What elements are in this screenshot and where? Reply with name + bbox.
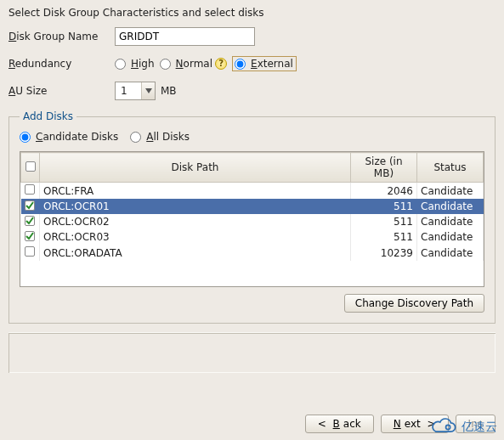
table-row[interactable]: ORCL:OCR01511Candidate xyxy=(21,199,484,214)
cell-size: 511 xyxy=(351,199,417,214)
page-title: Select Disk Group Characteristics and se… xyxy=(8,7,496,19)
cell-size: 2046 xyxy=(351,183,417,200)
cell-path: ORCL:OCR01 xyxy=(40,199,351,214)
au-size-unit: MB xyxy=(161,85,177,97)
table-row[interactable]: ORCL:FRA2046Candidate xyxy=(21,183,484,200)
add-disks-group: Add Disks Candidate Disks All Disks Disk… xyxy=(8,110,496,324)
disk-table[interactable]: Disk Path Size (in MB) Status ORCL:FRA20… xyxy=(20,151,484,287)
row-checkbox[interactable] xyxy=(25,216,35,226)
select-all-checkbox[interactable] xyxy=(21,153,40,183)
chevron-down-icon[interactable] xyxy=(141,82,155,99)
table-row[interactable]: ORCL:ORADATA10239Candidate xyxy=(21,245,484,261)
redundancy-high[interactable]: High xyxy=(115,58,155,70)
install-button: Ins xyxy=(456,415,496,433)
redundancy-group: High Normal ? External xyxy=(115,56,297,71)
cell-size: 511 xyxy=(351,214,417,229)
redundancy-label: Redundancy xyxy=(8,58,115,70)
cell-path: ORCL:OCR02 xyxy=(40,214,351,229)
au-size-value: 1 xyxy=(121,85,127,97)
cell-status: Candidate xyxy=(417,214,484,229)
cell-status: Candidate xyxy=(417,199,484,214)
disk-group-name-label: Disk Group Name xyxy=(8,31,115,42)
row-checkbox[interactable] xyxy=(25,231,35,241)
redundancy-external[interactable]: External xyxy=(235,58,293,70)
row-checkbox[interactable] xyxy=(25,184,35,195)
back-button[interactable]: < Back xyxy=(305,415,374,433)
cell-status: Candidate xyxy=(417,245,484,261)
cell-status: Candidate xyxy=(417,183,484,200)
au-size-select[interactable]: 1 xyxy=(115,82,156,100)
cell-path: ORCL:FRA xyxy=(40,183,351,200)
col-status[interactable]: Status xyxy=(417,153,484,183)
cell-status: Candidate xyxy=(417,229,484,245)
table-row[interactable]: ORCL:OCR02511Candidate xyxy=(21,214,484,229)
lower-panel xyxy=(8,332,496,373)
help-icon[interactable]: ? xyxy=(215,58,227,70)
cell-size: 511 xyxy=(351,229,417,245)
au-size-label: AU Size xyxy=(8,85,115,97)
table-row[interactable]: ORCL:OCR03511Candidate xyxy=(21,229,484,245)
candidate-disks-radio[interactable]: Candidate Disks xyxy=(20,131,118,143)
all-disks-radio[interactable]: All Disks xyxy=(130,131,190,143)
disk-group-name-input[interactable] xyxy=(115,27,255,46)
col-size[interactable]: Size (in MB) xyxy=(351,153,417,183)
cell-path: ORCL:OCR03 xyxy=(40,229,351,245)
cell-path: ORCL:ORADATA xyxy=(40,245,351,261)
row-checkbox[interactable] xyxy=(25,246,35,257)
change-discovery-path-button[interactable]: Change Discovery Path xyxy=(344,294,484,313)
wizard-footer: < Back Next > Ins xyxy=(0,415,504,433)
redundancy-normal[interactable]: Normal ? xyxy=(160,58,227,70)
svg-marker-0 xyxy=(145,88,152,93)
col-disk-path[interactable]: Disk Path xyxy=(40,153,351,183)
cell-size: 10239 xyxy=(351,245,417,261)
next-button[interactable]: Next > xyxy=(381,415,449,433)
add-disks-legend: Add Disks xyxy=(20,110,76,122)
row-checkbox[interactable] xyxy=(25,200,35,211)
